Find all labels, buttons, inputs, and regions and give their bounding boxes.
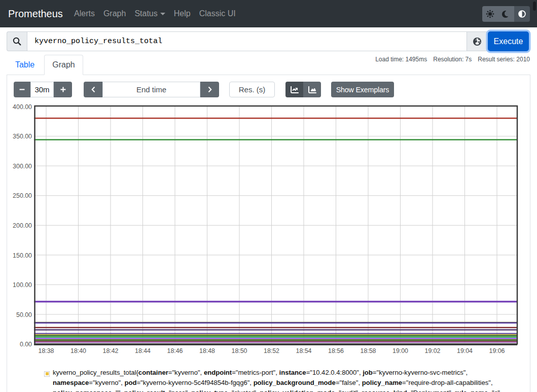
svg-text:19:06: 19:06	[489, 347, 505, 354]
svg-text:19:00: 19:00	[392, 347, 408, 354]
svg-text:350.00: 350.00	[13, 133, 32, 140]
svg-text:0.00: 0.00	[20, 341, 32, 348]
svg-text:18:38: 18:38	[38, 347, 54, 354]
svg-text:18:58: 18:58	[360, 347, 376, 354]
svg-text:18:44: 18:44	[135, 347, 151, 354]
svg-text:18:46: 18:46	[167, 347, 183, 354]
svg-text:19:04: 19:04	[457, 347, 473, 354]
svg-text:200.00: 200.00	[13, 222, 32, 229]
svg-text:100.00: 100.00	[13, 281, 32, 289]
svg-text:18:50: 18:50	[231, 347, 247, 354]
svg-text:150.00: 150.00	[13, 252, 32, 259]
svg-text:400.00: 400.00	[13, 103, 32, 111]
svg-text:18:40: 18:40	[70, 347, 86, 354]
svg-text:18:56: 18:56	[328, 347, 344, 354]
svg-text:300.00: 300.00	[13, 163, 32, 170]
svg-text:18:52: 18:52	[264, 347, 279, 354]
svg-text:18:48: 18:48	[199, 347, 215, 354]
svg-text:250.00: 250.00	[13, 192, 32, 199]
svg-text:50.00: 50.00	[16, 311, 32, 318]
svg-text:18:54: 18:54	[296, 347, 311, 354]
svg-text:19:02: 19:02	[424, 347, 440, 354]
svg-text:18:42: 18:42	[102, 347, 118, 354]
